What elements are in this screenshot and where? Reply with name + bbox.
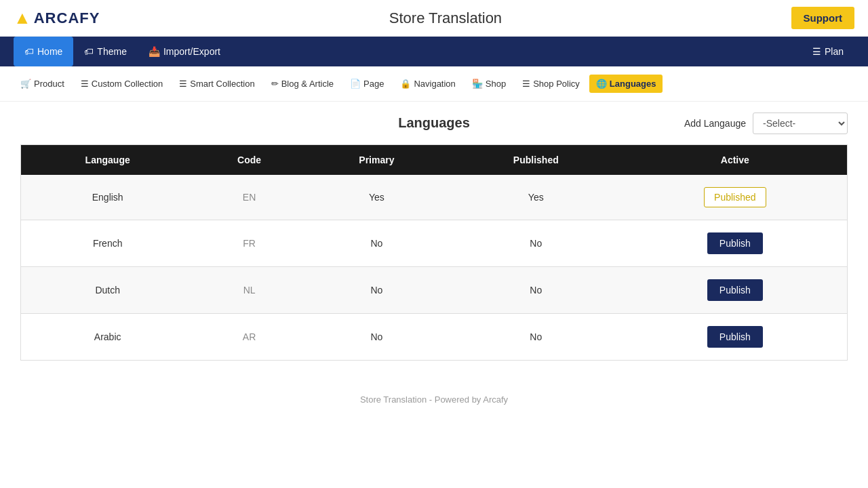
shop-icon: 🏪	[472, 79, 483, 89]
sub-nav-custom-collection[interactable]: ☰ Custom Collection	[74, 75, 170, 93]
cell-primary: No	[304, 267, 449, 314]
policy-icon: ☰	[522, 79, 530, 89]
cell-code: AR	[194, 314, 304, 361]
cell-code: EN	[194, 175, 304, 220]
table-row: Arabic AR No No Publish	[21, 314, 848, 361]
add-language-label: Add Langauge	[684, 118, 746, 129]
col-language: Langauge	[21, 145, 195, 176]
languages-title: Languages	[398, 115, 470, 131]
col-published: Published	[449, 145, 623, 176]
logo-icon: ▲	[14, 7, 31, 28]
sub-nav-blog-article[interactable]: ✏ Blog & Article	[264, 75, 340, 93]
cell-language: English	[21, 175, 195, 220]
nav-item-theme[interactable]: 🏷 Theme	[73, 37, 138, 66]
nav-bar: 🏷 Home 🏷 Theme 📥 Import/Export ☰ Plan	[0, 37, 868, 66]
sub-nav-shop-policy[interactable]: ☰ Shop Policy	[515, 75, 587, 93]
cell-primary: No	[304, 220, 449, 267]
home-icon: 🏷	[24, 46, 34, 57]
support-button[interactable]: Support	[791, 7, 855, 29]
table-header-row: Langauge Code Primary Published Active	[21, 145, 848, 176]
custom-col-icon: ☰	[81, 79, 89, 89]
cell-published: No	[449, 267, 623, 314]
footer: Store Translation - Powered by Arcafy	[0, 374, 868, 425]
table-body: English EN Yes Yes Published French FR N…	[21, 175, 848, 361]
logo-text: ARCAFY	[34, 9, 100, 27]
sub-nav-smart-collection[interactable]: ☰ Smart Collection	[172, 75, 261, 93]
footer-text: Store Translation - Powered by Arcafy	[360, 394, 508, 405]
cell-code: FR	[194, 220, 304, 267]
sub-nav-page[interactable]: 📄 Page	[343, 75, 391, 93]
cell-language: Arabic	[21, 314, 195, 361]
cell-active: Publish	[623, 220, 848, 267]
cell-language: French	[21, 220, 195, 267]
cell-primary: Yes	[304, 175, 449, 220]
plan-icon: ☰	[812, 46, 821, 57]
cell-active: Publish	[623, 314, 848, 361]
nav-plan[interactable]: ☰ Plan	[802, 37, 854, 66]
product-icon: 🛒	[20, 79, 31, 89]
nav-home-label: Home	[37, 46, 62, 57]
cell-published: No	[449, 314, 623, 361]
publish-button[interactable]: Publish	[707, 326, 763, 348]
publish-button[interactable]: Publish	[707, 232, 763, 254]
col-primary: Primary	[304, 145, 449, 176]
logo: ▲ ARCAFY	[14, 7, 100, 28]
sub-nav-navigation[interactable]: 🔒 Navigation	[393, 75, 462, 93]
smart-col-icon: ☰	[179, 79, 187, 89]
published-button[interactable]: Published	[704, 187, 766, 207]
cell-primary: No	[304, 314, 449, 361]
theme-icon: 🏷	[84, 46, 94, 57]
languages-icon: 🌐	[596, 79, 607, 89]
nav-import-label: Import/Export	[163, 46, 220, 57]
nav-item-import-export[interactable]: 📥 Import/Export	[138, 37, 231, 66]
table-row: French FR No No Publish	[21, 220, 848, 267]
import-icon: 📥	[149, 46, 160, 57]
col-active: Active	[623, 145, 848, 176]
cell-published: Yes	[449, 175, 623, 220]
top-bar: ▲ ARCAFY Store Translation Support	[0, 0, 868, 37]
table-row: English EN Yes Yes Published	[21, 175, 848, 220]
blog-icon: ✏	[271, 79, 279, 89]
add-language-group: Add Langauge -Select- English French Dut…	[684, 113, 848, 134]
sub-nav-product[interactable]: 🛒 Product	[14, 75, 71, 93]
col-code: Code	[194, 145, 304, 176]
languages-table: Langauge Code Primary Published Active E…	[20, 144, 848, 361]
sub-nav-shop[interactable]: 🏪 Shop	[465, 75, 513, 93]
languages-header: Languages Add Langauge -Select- English …	[20, 115, 848, 131]
sub-nav-languages[interactable]: 🌐 Languages	[589, 75, 663, 93]
nav-plan-label: Plan	[825, 46, 844, 57]
sub-nav: 🛒 Product ☰ Custom Collection ☰ Smart Co…	[0, 66, 868, 102]
table-row: Dutch NL No No Publish	[21, 267, 848, 314]
nav-item-home[interactable]: 🏷 Home	[14, 37, 73, 66]
add-language-select[interactable]: -Select- English French Dutch Arabic Spa…	[753, 113, 848, 134]
nav-left: 🏷 Home 🏷 Theme 📥 Import/Export	[14, 37, 231, 66]
cell-code: NL	[194, 267, 304, 314]
nav-icon: 🔒	[400, 79, 411, 89]
cell-active: Publish	[623, 267, 848, 314]
content-area: Languages Add Langauge -Select- English …	[0, 102, 868, 374]
page-title: Store Translation	[389, 9, 502, 27]
page-icon: 📄	[350, 79, 361, 89]
cell-language: Dutch	[21, 267, 195, 314]
nav-theme-label: Theme	[97, 46, 127, 57]
publish-button[interactable]: Publish	[707, 279, 763, 301]
cell-published: No	[449, 220, 623, 267]
table-head: Langauge Code Primary Published Active	[21, 145, 848, 176]
cell-active: Published	[623, 175, 848, 220]
